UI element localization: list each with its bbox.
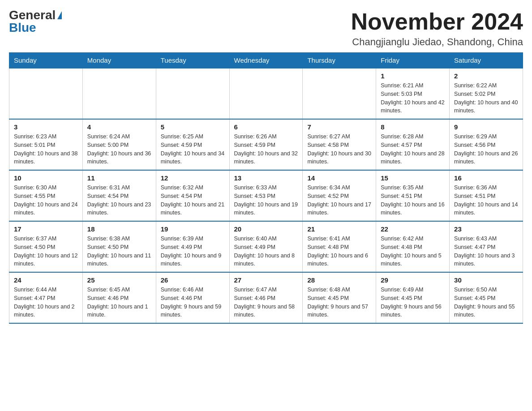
day-info: Sunrise: 6:43 AMSunset: 4:47 PMDaylight:… <box>454 235 518 268</box>
column-header-saturday: Saturday <box>450 53 523 68</box>
day-info: Sunrise: 6:26 AMSunset: 4:59 PMDaylight:… <box>234 133 298 166</box>
day-number: 24 <box>14 276 78 284</box>
day-info: Sunrise: 6:31 AMSunset: 4:54 PMDaylight:… <box>87 184 151 217</box>
calendar-cell: 24Sunrise: 6:44 AMSunset: 4:47 PMDayligh… <box>9 272 83 323</box>
day-number: 1 <box>381 72 445 80</box>
column-header-friday: Friday <box>376 53 450 68</box>
logo: General Blue <box>9 9 62 34</box>
day-number: 4 <box>87 123 151 131</box>
calendar-cell: 19Sunrise: 6:39 AMSunset: 4:49 PMDayligh… <box>156 221 229 272</box>
logo-blue-text: Blue <box>9 21 36 34</box>
day-number: 29 <box>381 276 445 284</box>
day-info: Sunrise: 6:21 AMSunset: 5:03 PMDaylight:… <box>381 81 445 115</box>
calendar-cell: 26Sunrise: 6:46 AMSunset: 4:46 PMDayligh… <box>156 272 229 323</box>
column-header-thursday: Thursday <box>303 53 376 68</box>
day-info: Sunrise: 6:44 AMSunset: 4:47 PMDaylight:… <box>14 286 78 319</box>
calendar-cell <box>229 68 303 119</box>
day-number: 10 <box>14 174 78 182</box>
calendar-cell: 17Sunrise: 6:37 AMSunset: 4:50 PMDayligh… <box>9 221 83 272</box>
calendar-cell: 2Sunrise: 6:22 AMSunset: 5:02 PMDaylight… <box>450 68 523 119</box>
day-number: 3 <box>14 123 78 131</box>
day-info: Sunrise: 6:32 AMSunset: 4:54 PMDaylight:… <box>161 184 225 217</box>
day-info: Sunrise: 6:27 AMSunset: 4:58 PMDaylight:… <box>307 133 371 166</box>
calendar-cell: 30Sunrise: 6:50 AMSunset: 4:45 PMDayligh… <box>450 272 523 323</box>
day-number: 12 <box>161 174 225 182</box>
day-number: 6 <box>234 123 298 131</box>
day-info: Sunrise: 6:23 AMSunset: 5:01 PMDaylight:… <box>14 133 78 166</box>
day-number: 19 <box>161 225 225 233</box>
day-number: 8 <box>381 123 445 131</box>
calendar-cell: 14Sunrise: 6:34 AMSunset: 4:52 PMDayligh… <box>303 170 376 221</box>
calendar-cell: 15Sunrise: 6:35 AMSunset: 4:51 PMDayligh… <box>376 170 450 221</box>
day-number: 27 <box>234 276 298 284</box>
calendar-cell <box>82 68 156 119</box>
calendar-cell: 4Sunrise: 6:24 AMSunset: 5:00 PMDaylight… <box>82 119 156 170</box>
calendar-cell: 6Sunrise: 6:26 AMSunset: 4:59 PMDaylight… <box>229 119 303 170</box>
day-info: Sunrise: 6:34 AMSunset: 4:52 PMDaylight:… <box>307 184 371 217</box>
day-info: Sunrise: 6:50 AMSunset: 4:45 PMDaylight:… <box>454 286 518 319</box>
calendar-cell: 11Sunrise: 6:31 AMSunset: 4:54 PMDayligh… <box>82 170 156 221</box>
day-info: Sunrise: 6:48 AMSunset: 4:45 PMDaylight:… <box>307 286 371 319</box>
day-info: Sunrise: 6:33 AMSunset: 4:53 PMDaylight:… <box>234 184 298 217</box>
day-info: Sunrise: 6:41 AMSunset: 4:48 PMDaylight:… <box>307 235 371 268</box>
day-number: 22 <box>381 225 445 233</box>
page-header: General Blue November 2024 Changjianglu … <box>9 9 523 48</box>
calendar-cell: 21Sunrise: 6:41 AMSunset: 4:48 PMDayligh… <box>303 221 376 272</box>
calendar-week-row: 10Sunrise: 6:30 AMSunset: 4:55 PMDayligh… <box>9 170 523 221</box>
day-number: 5 <box>161 123 225 131</box>
column-header-tuesday: Tuesday <box>156 53 229 68</box>
day-info: Sunrise: 6:25 AMSunset: 4:59 PMDaylight:… <box>161 133 225 166</box>
calendar-week-row: 3Sunrise: 6:23 AMSunset: 5:01 PMDaylight… <box>9 119 523 170</box>
logo-triangle-icon <box>57 11 62 19</box>
day-number: 2 <box>454 72 518 80</box>
day-info: Sunrise: 6:35 AMSunset: 4:51 PMDaylight:… <box>381 184 445 217</box>
day-info: Sunrise: 6:47 AMSunset: 4:46 PMDaylight:… <box>234 286 298 319</box>
day-info: Sunrise: 6:29 AMSunset: 4:56 PMDaylight:… <box>454 133 518 166</box>
column-header-wednesday: Wednesday <box>229 53 303 68</box>
day-info: Sunrise: 6:40 AMSunset: 4:49 PMDaylight:… <box>234 235 298 268</box>
calendar-cell: 7Sunrise: 6:27 AMSunset: 4:58 PMDaylight… <box>303 119 376 170</box>
calendar-cell <box>9 68 83 119</box>
day-number: 28 <box>307 276 371 284</box>
calendar-cell: 12Sunrise: 6:32 AMSunset: 4:54 PMDayligh… <box>156 170 229 221</box>
day-number: 11 <box>87 174 151 182</box>
calendar-cell: 18Sunrise: 6:38 AMSunset: 4:50 PMDayligh… <box>82 221 156 272</box>
title-section: November 2024 Changjianglu Jiedao, Shand… <box>351 9 523 48</box>
day-info: Sunrise: 6:36 AMSunset: 4:51 PMDaylight:… <box>454 184 518 217</box>
calendar-cell: 29Sunrise: 6:49 AMSunset: 4:45 PMDayligh… <box>376 272 450 323</box>
calendar-cell: 28Sunrise: 6:48 AMSunset: 4:45 PMDayligh… <box>303 272 376 323</box>
day-info: Sunrise: 6:28 AMSunset: 4:57 PMDaylight:… <box>381 133 445 166</box>
calendar-cell <box>156 68 229 119</box>
month-title: November 2024 <box>351 9 523 34</box>
column-header-monday: Monday <box>82 53 156 68</box>
day-number: 30 <box>454 276 518 284</box>
day-info: Sunrise: 6:49 AMSunset: 4:45 PMDaylight:… <box>381 286 445 319</box>
day-number: 14 <box>307 174 371 182</box>
calendar-cell: 23Sunrise: 6:43 AMSunset: 4:47 PMDayligh… <box>450 221 523 272</box>
day-number: 15 <box>381 174 445 182</box>
day-info: Sunrise: 6:30 AMSunset: 4:55 PMDaylight:… <box>14 184 78 217</box>
column-header-sunday: Sunday <box>9 53 83 68</box>
day-info: Sunrise: 6:42 AMSunset: 4:48 PMDaylight:… <box>381 235 445 268</box>
calendar-header-row: SundayMondayTuesdayWednesdayThursdayFrid… <box>9 53 523 68</box>
day-number: 25 <box>87 276 151 284</box>
day-info: Sunrise: 6:22 AMSunset: 5:02 PMDaylight:… <box>454 81 518 115</box>
day-number: 20 <box>234 225 298 233</box>
day-info: Sunrise: 6:38 AMSunset: 4:50 PMDaylight:… <box>87 235 151 268</box>
calendar-cell: 27Sunrise: 6:47 AMSunset: 4:46 PMDayligh… <box>229 272 303 323</box>
day-number: 21 <box>307 225 371 233</box>
calendar-table: SundayMondayTuesdayWednesdayThursdayFrid… <box>9 52 523 324</box>
day-info: Sunrise: 6:37 AMSunset: 4:50 PMDaylight:… <box>14 235 78 268</box>
day-number: 18 <box>87 225 151 233</box>
calendar-cell: 9Sunrise: 6:29 AMSunset: 4:56 PMDaylight… <box>450 119 523 170</box>
calendar-week-row: 24Sunrise: 6:44 AMSunset: 4:47 PMDayligh… <box>9 272 523 323</box>
day-number: 7 <box>307 123 371 131</box>
calendar-cell: 22Sunrise: 6:42 AMSunset: 4:48 PMDayligh… <box>376 221 450 272</box>
calendar-cell: 10Sunrise: 6:30 AMSunset: 4:55 PMDayligh… <box>9 170 83 221</box>
day-info: Sunrise: 6:39 AMSunset: 4:49 PMDaylight:… <box>161 235 225 268</box>
location-subtitle: Changjianglu Jiedao, Shandong, China <box>351 36 523 48</box>
logo-general-text: General <box>9 9 56 21</box>
day-info: Sunrise: 6:46 AMSunset: 4:46 PMDaylight:… <box>161 286 225 319</box>
day-number: 9 <box>454 123 518 131</box>
calendar-cell: 1Sunrise: 6:21 AMSunset: 5:03 PMDaylight… <box>376 68 450 119</box>
